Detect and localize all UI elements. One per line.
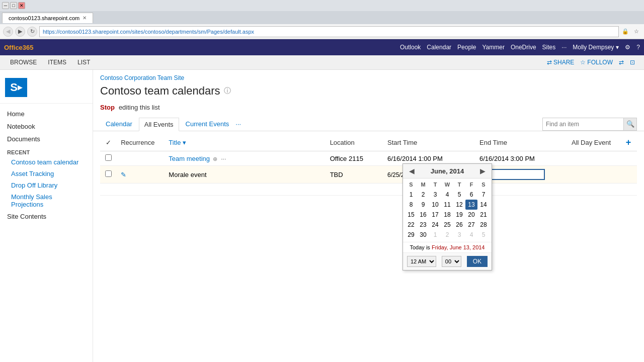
add-row-btn[interactable]: +: [626, 137, 631, 147]
cal-day[interactable]: 3: [429, 190, 441, 200]
forward-btn[interactable]: ▶: [15, 27, 25, 37]
minimize-btn[interactable]: ─: [2, 2, 9, 9]
cal-day[interactable]: 24: [429, 220, 441, 230]
ribbon-tab-list[interactable]: LIST: [72, 57, 95, 68]
cal-day[interactable]: 1: [405, 190, 417, 200]
sidebar-item-contoso-calendar[interactable]: Contoso team calendar: [0, 156, 93, 168]
cal-day[interactable]: 23: [417, 220, 429, 230]
cal-day[interactable]: 25: [441, 220, 453, 230]
cal-day-today[interactable]: 13: [465, 200, 477, 210]
back-btn[interactable]: ◀: [3, 27, 13, 37]
list-search-input[interactable]: [543, 118, 623, 130]
calendar-hour-select[interactable]: 12 AM1 AM2 AM3 AM 4 AM5 AM6 AM7 AM 8 AM9…: [407, 256, 436, 267]
row1-title-link[interactable]: Team meeting: [169, 155, 210, 162]
cal-day[interactable]: 15: [405, 210, 417, 220]
nav-sites[interactable]: Sites: [542, 44, 556, 51]
sp-logo[interactable]: S ▶: [5, 78, 27, 97]
sidebar-item-asset-tracking[interactable]: Asset Tracking: [0, 168, 93, 179]
cal-day[interactable]: 8: [405, 200, 417, 210]
cal-day[interactable]: 27: [465, 220, 477, 230]
row2-check[interactable]: [100, 166, 117, 184]
edit-icon[interactable]: ✎: [121, 171, 126, 178]
tab-close-icon[interactable]: ✕: [83, 15, 87, 21]
o365-user[interactable]: Molly Dempsey ▾: [573, 44, 619, 51]
cal-day[interactable]: 12: [453, 200, 465, 210]
cal-day[interactable]: 21: [477, 210, 490, 220]
cal-day[interactable]: 14: [477, 200, 490, 210]
nav-people[interactable]: People: [457, 44, 476, 51]
nav-more[interactable]: ···: [561, 44, 567, 51]
nav-calendar[interactable]: Calendar: [427, 44, 451, 51]
cal-day-other-month[interactable]: 2: [441, 230, 453, 240]
o365-logo[interactable]: Office365: [4, 44, 34, 51]
cal-day[interactable]: 11: [441, 200, 453, 210]
sync-button[interactable]: ⇄: [619, 59, 624, 66]
cal-day[interactable]: 17: [429, 210, 441, 220]
tab-all-events[interactable]: All Events: [139, 118, 179, 131]
sidebar-item-site-contents[interactable]: Site Contents: [0, 210, 93, 223]
cal-day[interactable]: 20: [465, 210, 477, 220]
tab-current-events[interactable]: Current Events: [180, 117, 235, 131]
cal-day[interactable]: 18: [441, 210, 453, 220]
cal-day[interactable]: 5: [453, 190, 465, 200]
breadcrumb-link[interactable]: Contoso Corporation Team Site: [100, 74, 184, 81]
col-end-time: End Time: [475, 134, 568, 151]
cal-day[interactable]: 16: [417, 210, 429, 220]
list-search-button[interactable]: 🔍: [623, 118, 636, 130]
cal-day[interactable]: 29: [405, 230, 417, 240]
ribbon-tab-browse[interactable]: BROWSE: [5, 57, 42, 68]
row1-check[interactable]: [100, 151, 117, 166]
cal-day[interactable]: 26: [453, 220, 465, 230]
cal-day[interactable]: 4: [441, 190, 453, 200]
cal-day[interactable]: 22: [405, 220, 417, 230]
star-icon[interactable]: ☆: [632, 27, 641, 36]
maximize-btn[interactable]: □: [10, 2, 17, 9]
row2-checkbox[interactable]: [105, 170, 112, 177]
nav-yammer[interactable]: Yammer: [482, 44, 504, 51]
cal-day[interactable]: 28: [477, 220, 490, 230]
cal-day[interactable]: 6: [465, 190, 477, 200]
url-bar[interactable]: [39, 26, 619, 37]
settings-icon[interactable]: ⚙: [625, 44, 630, 51]
info-icon[interactable]: ⓘ: [224, 86, 231, 96]
tab-calendar[interactable]: Calendar: [100, 117, 138, 131]
sidebar-item-dropoff-library[interactable]: Drop Off Library: [0, 179, 93, 191]
tab-more[interactable]: ···: [235, 120, 241, 128]
sidebar-item-documents[interactable]: Documents: [0, 133, 93, 145]
refresh-btn[interactable]: ↻: [27, 27, 37, 37]
cal-day[interactable]: 19: [453, 210, 465, 220]
cal-day[interactable]: 9: [417, 200, 429, 210]
cal-day[interactable]: 2: [417, 190, 429, 200]
browser-tab[interactable]: contoso0123.sharepoint.com ✕: [2, 13, 93, 23]
col-title[interactable]: Title ▾: [165, 134, 326, 151]
sidebar-item-notebook[interactable]: Notebook: [0, 120, 93, 133]
cal-next-btn[interactable]: ▶: [478, 167, 488, 175]
cal-day[interactable]: 7: [477, 190, 490, 200]
close-btn[interactable]: ✕: [18, 2, 25, 9]
cal-day-other-month[interactable]: 3: [453, 230, 465, 240]
cal-day[interactable]: 30: [417, 230, 429, 240]
cal-day[interactable]: 10: [429, 200, 441, 210]
follow-button[interactable]: ☆ FOLLOW: [580, 59, 613, 66]
cal-day-other-month[interactable]: 5: [477, 230, 490, 240]
cal-day-other-month[interactable]: 1: [429, 230, 441, 240]
focus-button[interactable]: ⊡: [630, 59, 635, 66]
stop-editing-link[interactable]: Stop: [100, 104, 115, 111]
nav-onedrive[interactable]: OneDrive: [511, 44, 536, 51]
row1-checkbox[interactable]: [105, 154, 112, 161]
browser-controls[interactable]: ─ □ ✕: [2, 2, 25, 9]
cal-day-other-month[interactable]: 4: [465, 230, 477, 240]
calendar-ok-button[interactable]: OK: [467, 256, 488, 267]
calendar-minute-select[interactable]: 00051015 20253035 40455055: [442, 256, 461, 267]
share-button[interactable]: ⇄ SHARE: [547, 59, 574, 66]
sidebar-item-home[interactable]: Home: [0, 108, 93, 120]
view-tabs: Calendar All Events Current Events ··· 🔍: [93, 115, 644, 131]
cal-prev-btn[interactable]: ◀: [407, 167, 417, 175]
col-add[interactable]: +: [622, 134, 637, 151]
sidebar-item-monthly-sales[interactable]: Monthly Sales Projections: [0, 191, 93, 210]
help-icon[interactable]: ?: [636, 44, 640, 51]
nav-outlook[interactable]: Outlook: [400, 44, 421, 51]
calendar-today-link[interactable]: Friday, June 13, 2014: [432, 244, 485, 250]
row1-actions[interactable]: ···: [221, 155, 226, 162]
ribbon-tab-items[interactable]: ITEMS: [43, 57, 71, 68]
